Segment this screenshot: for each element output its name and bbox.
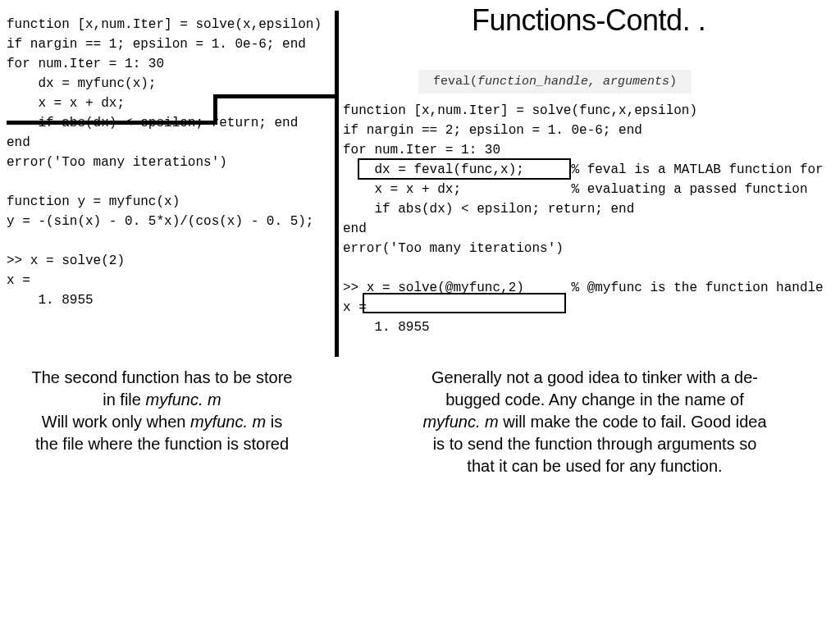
cap-r-line2: bugged code. Any change in the name of (445, 390, 744, 409)
cap-r-line5: that it can be used for any function. (467, 457, 722, 475)
feval-args: function_handle, arguments (477, 75, 669, 89)
code-block-left: function [x,num.Iter] = solve(x,epsilon)… (7, 15, 322, 310)
feval-syntax-banner: feval(function_handle, arguments) (418, 70, 692, 94)
feval-fn: feval( (433, 75, 477, 89)
caption-left: The second function has to be store in f… (0, 367, 324, 455)
feval-close: ) (669, 75, 677, 89)
cap-r-line3a: myfunc. m (422, 413, 498, 431)
vertical-divider (335, 11, 339, 357)
highlight-box-solvecall (363, 293, 566, 313)
connector-horizontal-top (213, 94, 339, 98)
cap-r-line4: is to send the function through argument… (433, 435, 757, 453)
cap-l-line1: The second function has to be store (32, 368, 293, 386)
cap-l-line2b: myfunc. m (146, 390, 221, 409)
highlight-box-feval (358, 158, 571, 180)
caption-right: Generally not a good idea to tinker with… (365, 367, 824, 477)
cap-l-line4: the file where the function is stored (35, 435, 289, 453)
cap-r-line3b: will make the code to fail. Good idea (499, 413, 767, 431)
cap-l-line3b: myfunc. m (190, 413, 266, 431)
cap-r-line1: Generally not a good idea to tinker with… (431, 368, 758, 386)
cap-l-line2a: in file (103, 390, 145, 409)
cap-l-line3c: is (266, 413, 282, 431)
connector-horizontal-bottom (7, 121, 217, 125)
cap-l-line3a: Will work only when (42, 413, 190, 431)
slide-title: Functions-Contd. . (472, 3, 705, 38)
